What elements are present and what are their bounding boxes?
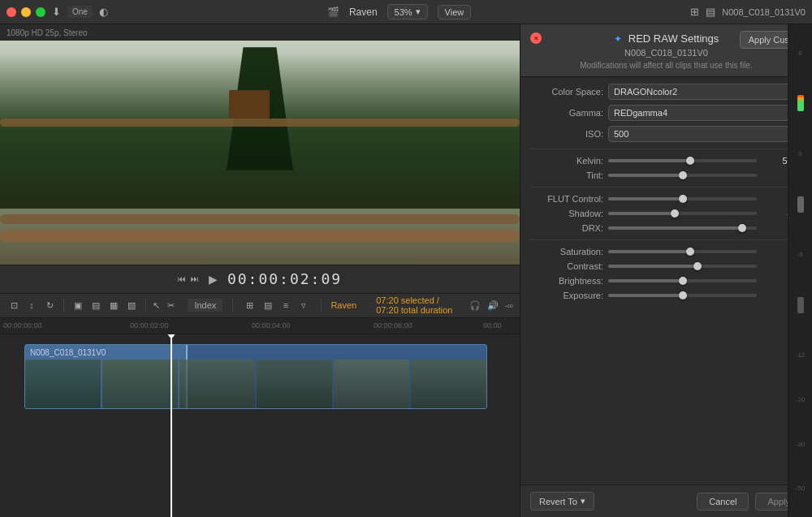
color-space-control[interactable]: DRAGONcolor2 ▾ [608, 84, 802, 100]
shadow-thumb[interactable] [671, 209, 679, 218]
gamma-control[interactable]: REDgamma4 ▾ [608, 105, 802, 121]
exposure-slider[interactable] [608, 294, 757, 297]
clip-icon-4[interactable]: ▧ [124, 298, 139, 312]
kelvin-thumb[interactable] [686, 157, 694, 165]
contrast-thumb[interactable] [693, 262, 702, 270]
index-label[interactable]: Index [188, 299, 222, 312]
pointer-icon[interactable]: ↖ [152, 298, 160, 312]
window-controls [6, 7, 45, 17]
flut-track[interactable] [608, 197, 757, 200]
brightness-thumb[interactable] [679, 277, 687, 285]
tint-track[interactable] [608, 174, 757, 177]
drx-label: DRX: [530, 223, 603, 233]
divider-3 [530, 187, 802, 187]
playhead[interactable] [171, 334, 172, 518]
brightness-track[interactable] [608, 279, 757, 282]
flut-row: FLUT Control: 0 [530, 194, 802, 204]
color-space-row: Color Space: DRAGONcolor2 ▾ [530, 84, 802, 100]
contrast-row: Contrast: 0,5 [530, 261, 802, 271]
play-button[interactable]: ▶ [209, 273, 218, 286]
thumb-1 [25, 360, 101, 408]
iso-row: ISO: 500 ▾ [530, 126, 802, 142]
clip-icon-1[interactable]: ▣ [71, 298, 85, 312]
blade-icon[interactable]: ✂ [166, 298, 175, 312]
vu-6: 6 [798, 50, 801, 57]
timeline-tracks[interactable]: N008_C018_0131V0 [0, 334, 520, 518]
drx-track[interactable] [608, 226, 757, 230]
resolution-bar: 1080p HD 25p, Stereo [0, 24, 520, 41]
contrast-slider[interactable] [608, 265, 757, 268]
iso-control[interactable]: 500 ▾ [608, 126, 802, 142]
clip-icon-2[interactable]: ▤ [89, 298, 103, 312]
timeline-icon-1[interactable]: ⊡ [6, 298, 21, 312]
contrast-track[interactable] [608, 265, 757, 268]
dialog-warning: Modifications will affect all clips that… [530, 61, 802, 70]
maximize-btn[interactable] [36, 7, 45, 17]
thumb-2 [102, 360, 178, 408]
drx-thumb[interactable] [738, 224, 746, 232]
video-frame [0, 41, 520, 265]
vu-bar-mid [797, 196, 804, 213]
tint-slider[interactable] [608, 174, 757, 177]
vu-meter: 6 0 -6 -12 -20 -30 -50 [788, 24, 812, 517]
shadow-slider[interactable] [608, 212, 757, 215]
resolution-text: 1080p HD 25p, Stereo [6, 28, 88, 37]
kelvin-track[interactable] [608, 159, 757, 162]
zoom-control[interactable]: 53% ▾ [387, 4, 428, 19]
drx-slider[interactable] [608, 226, 757, 230]
top-bar-center: 🎬 Raven 53% ▾ View [114, 4, 684, 19]
brightness-slider[interactable] [608, 279, 757, 282]
flut-slider[interactable] [608, 197, 757, 200]
download-icon: ⬇ [52, 6, 61, 18]
vu-neg30: -30 [796, 441, 806, 448]
close-btn[interactable] [6, 7, 16, 17]
tl-display-icon-2[interactable]: ▤ [261, 298, 275, 312]
saturation-thumb[interactable] [686, 248, 694, 256]
project-name: Raven [349, 6, 378, 18]
saturation-slider[interactable] [608, 250, 757, 253]
saturation-track[interactable] [608, 250, 757, 253]
shadow-track[interactable] [608, 212, 757, 215]
iso-select[interactable]: 500 [608, 126, 802, 142]
dialog-close-btn[interactable]: ✕ [530, 32, 542, 44]
transport-icon-1[interactable]: ⏮ [178, 274, 186, 283]
kelvin-slider[interactable] [608, 159, 757, 162]
timeline-icon-3[interactable]: ↻ [42, 298, 57, 312]
tint-thumb[interactable] [679, 171, 687, 179]
brightness-fill [608, 279, 683, 282]
ruler-2: 00:00:04:00 [252, 321, 291, 330]
transport-controls-left: ⏮ ⏭ [178, 274, 199, 283]
tl-display-icon-4[interactable]: ▿ [296, 298, 311, 312]
gamma-select[interactable]: REDgamma4 [608, 105, 802, 121]
tl-display-icon-1[interactable]: ⊞ [243, 298, 257, 312]
audio-icon[interactable]: 🎧 [469, 298, 481, 312]
minimize-btn[interactable] [21, 7, 31, 17]
video-viewer[interactable] [0, 41, 520, 265]
exposure-thumb[interactable] [679, 291, 687, 299]
dialog-clip-name: N008_C018_0131V0 [530, 48, 802, 58]
cancel-button[interactable]: Cancel [697, 493, 749, 511]
drx-row: DRX: 1,0 [530, 223, 802, 233]
thumb-3 [179, 360, 255, 408]
dialog-title: RED RAW Settings [628, 32, 719, 45]
clip-icon-3[interactable]: ▦ [106, 298, 121, 312]
timeline-ruler: 00:00:00:00 00:00:02:00 00:00:04:00 00:0… [0, 318, 520, 334]
grid-icon: ⊞ [690, 6, 699, 18]
transport-icon-2[interactable]: ⏭ [191, 274, 199, 283]
tl-display-icon-3[interactable]: ≡ [279, 298, 293, 312]
timeline-icon-2[interactable]: ↕ [24, 298, 39, 312]
list-icon: ▤ [706, 6, 715, 18]
exposure-track[interactable] [608, 294, 757, 297]
flut-thumb[interactable] [679, 195, 687, 203]
theme-icon: ◐ [99, 6, 108, 18]
red-raw-dialog: ✕ Apply Custo ✦ RED RAW Settings N008_C0… [520, 24, 812, 517]
color-space-select[interactable]: DRAGONcolor2 [608, 84, 802, 100]
track-clip[interactable]: N008_C018_0131V0 [24, 344, 487, 409]
dialog-body: Color Space: DRAGONcolor2 ▾ Gamma: REDga… [520, 77, 812, 485]
view-button[interactable]: View [438, 5, 472, 19]
revert-to-button[interactable]: Revert To ▾ [530, 492, 594, 511]
brightness-label: Brightness: [530, 276, 603, 286]
speaker-icon[interactable]: 🔊 [487, 298, 499, 312]
timeline-area: ⊡ ↕ ↻ ▣ ▤ ▦ ▧ ↖ ✂ Index ⊞ [0, 294, 520, 518]
ruler-3: 00:00:06:00 [374, 321, 412, 330]
